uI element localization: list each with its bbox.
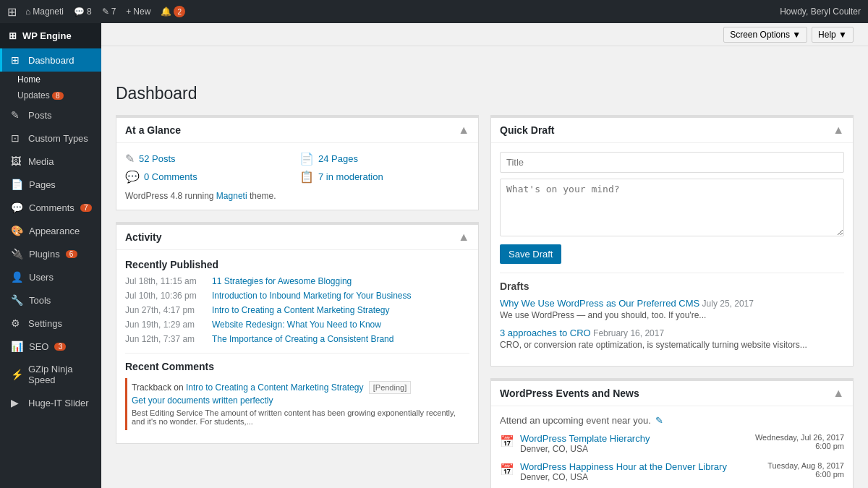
sidebar-sub-home[interactable]: Home (0, 72, 101, 87)
pages-glance-link[interactable]: 24 Pages (318, 153, 358, 164)
activity-link-3[interactable]: Website Redesign: What You Need to Know (212, 320, 381, 330)
draft-link-0[interactable]: Why We Use WordPress as Our Preferred CM… (500, 298, 699, 309)
activity-date-4: Jun 12th, 7:37 am (125, 334, 205, 344)
events-edit-link[interactable]: ✎ (655, 415, 663, 426)
draft-item-0: Why We Use WordPress as Our Preferred CM… (500, 298, 844, 320)
events-subheader: Attend an upcoming event near you. ✎ (500, 415, 844, 426)
help-button[interactable]: Help ▼ (812, 27, 854, 43)
sidebar-item-settings[interactable]: ⚙ Settings (0, 312, 101, 335)
users-label: Users (29, 272, 54, 283)
comments-bar-item[interactable]: 💬 8 (74, 7, 92, 17)
recent-comments-section: Recent Comments Trackback on Intro to Cr… (125, 353, 469, 430)
sidebar-item-users[interactable]: 👤 Users (0, 265, 101, 288)
activity-link-1[interactable]: Introduction to Inbound Marketing for Yo… (212, 291, 412, 301)
event-link-0[interactable]: WordPress Template Hierarchy (520, 433, 650, 444)
events-toggle[interactable]: ▲ (833, 387, 844, 400)
comments-glance-link[interactable]: 0 Comments (144, 171, 197, 182)
sidebar-item-plugins[interactable]: 🔌 Plugins 6 (0, 242, 101, 265)
drafts-section: Drafts Why We Use WordPress as Our Prefe… (500, 273, 844, 350)
event-item-0: 📅 WordPress Template Hierarchy Denver, C… (500, 433, 844, 454)
media-icon: 🖼 (11, 155, 22, 167)
edits-count: 7 (111, 7, 116, 17)
page-title: Dashboard (116, 84, 854, 103)
draft-item-1: 3 approaches to CRO February 16, 2017 CR… (500, 328, 844, 350)
activity-toggle[interactable]: ▲ (458, 231, 469, 244)
dashboard-label: Dashboard (28, 55, 75, 66)
sidebar-sub-updates[interactable]: Updates 8 (0, 87, 101, 103)
draft-body-textarea[interactable] (500, 179, 844, 236)
activity-link-0[interactable]: 11 Strategies for Awesome Blogging (212, 276, 352, 286)
settings-label: Settings (28, 318, 62, 329)
sidebar-item-comments[interactable]: 💬 Comments 7 (0, 196, 101, 219)
glance-footer: WordPress 4.8 running Magneti theme. (125, 191, 469, 201)
theme-link[interactable]: Magneti (216, 191, 247, 201)
activity-item-3: Jun 19th, 1:29 am Website Redesign: What… (125, 320, 469, 330)
sidebar-item-appearance[interactable]: 🎨 Appearance (0, 219, 101, 242)
edit-icon: ✎ (102, 7, 109, 17)
sidebar-item-huge-it[interactable]: ▶ Huge-IT Slider (0, 391, 101, 414)
home-sub-label: Home (17, 74, 41, 85)
activity-item-2: Jun 27th, 4:17 pm Intro to Creating a Co… (125, 305, 469, 315)
sidebar-item-posts[interactable]: ✎ Posts (0, 103, 101, 127)
activity-link-2[interactable]: Intro to Creating a Content Marketing St… (212, 305, 389, 315)
comments-label: Comments (29, 202, 75, 213)
activity-item-0: Jul 18th, 11:15 am 11 Strategies for Awe… (125, 276, 469, 286)
appearance-icon: 🎨 (11, 225, 23, 236)
quick-draft-toggle[interactable]: ▲ (833, 124, 844, 137)
draft-date-1: February 16, 2017 (593, 328, 664, 338)
at-a-glance-title: At a Glance (125, 124, 181, 136)
comment-sub-link[interactable]: Get your documents written perfectly (132, 395, 465, 406)
admin-bar-items: ⌂ Magneti 💬 8 ✎ 7 + New 🔔 2 (25, 6, 771, 17)
plus-icon: + (126, 7, 131, 17)
moderation-glance-link[interactable]: 7 in moderation (318, 171, 383, 182)
new-bar-item[interactable]: + New (126, 7, 150, 17)
activity-link-4[interactable]: The Importance of Creating a Consistent … (212, 334, 393, 344)
recent-comments-title: Recent Comments (125, 361, 469, 372)
glance-pages: 📄 24 Pages (299, 152, 469, 166)
draft-link-1[interactable]: 3 approaches to CRO (500, 328, 591, 338)
save-draft-button[interactable]: Save Draft (500, 244, 561, 264)
at-a-glance-body: ✎ 52 Posts 📄 24 Pages 💬 0 Comments (116, 143, 478, 210)
sidebar-item-tools[interactable]: 🔧 Tools (0, 288, 101, 312)
event-link-1[interactable]: WordPress Happiness Hour at the Denver L… (520, 461, 727, 472)
wp-engine-icon: ⊞ (9, 30, 17, 41)
activity-date-3: Jun 19th, 1:29 am (125, 320, 205, 330)
draft-title-input[interactable] (500, 152, 844, 173)
sidebar-item-pages[interactable]: 📄 Pages (0, 173, 101, 196)
sidebar: ⊞ WP Engine ⊞ Dashboard Home Updates 8 ✎… (0, 23, 101, 488)
wp-logo-icon: ⊞ (7, 5, 17, 19)
activity-widget: Activity ▲ Recently Published Jul 18th, … (116, 222, 479, 444)
sidebar-item-gzip[interactable]: ⚡ GZip Ninja Speed (0, 358, 101, 391)
seo-icon: 📊 (11, 341, 23, 352)
edits-bar-item[interactable]: ✎ 7 (102, 7, 116, 17)
updates-sub-label: Updates (17, 90, 50, 100)
sidebar-item-dashboard[interactable]: ⊞ Dashboard (0, 48, 101, 72)
comment-trackback: Trackback on Intro to Creating a Content… (132, 382, 465, 393)
glance-comments: 💬 0 Comments (125, 170, 295, 184)
posts-glance-link[interactable]: 52 Posts (139, 153, 176, 164)
comment-body: Best Editing Service The amount of writt… (132, 408, 465, 426)
huge-it-label: Huge-IT Slider (28, 398, 89, 408)
comment-link-0[interactable]: Intro to Creating a Content Marketing St… (186, 382, 363, 393)
at-a-glance-toggle[interactable]: ▲ (458, 124, 469, 137)
comment-item-0: Trackback on Intro to Creating a Content… (125, 378, 469, 430)
seo-label: SEO (29, 341, 48, 352)
wp-engine-label: WP Engine (22, 30, 72, 41)
sidebar-item-custom-types[interactable]: ⊡ Custom Types (0, 127, 101, 150)
notifications-bar-item[interactable]: 🔔 2 (161, 6, 185, 17)
event-details-0: WordPress Template Hierarchy Denver, CO,… (520, 433, 749, 454)
events-body: Attend an upcoming event near you. ✎ 📅 W… (491, 406, 853, 488)
sidebar-item-seo[interactable]: 📊 SEO 3 (0, 335, 101, 358)
site-name-item[interactable]: ⌂ Magneti (25, 7, 64, 17)
tools-icon: 🔧 (11, 294, 23, 306)
notifications-badge: 2 (174, 6, 185, 17)
site-name-label: Magneti (33, 7, 64, 17)
screen-options-button[interactable]: Screen Options ▼ (723, 27, 807, 43)
sidebar-item-media[interactable]: 🖼 Media (0, 150, 101, 173)
event-date-0: Wednesday, Jul 26, 20176:00 pm (755, 433, 844, 450)
quick-draft-header: Quick Draft ▲ (491, 118, 853, 143)
recently-published-section: Recently Published Jul 18th, 11:15 am 11… (125, 259, 469, 344)
wp-engine-header: ⊞ WP Engine (0, 23, 101, 48)
event-item-1: 📅 WordPress Happiness Hour at the Denver… (500, 461, 844, 482)
media-label: Media (28, 156, 54, 167)
